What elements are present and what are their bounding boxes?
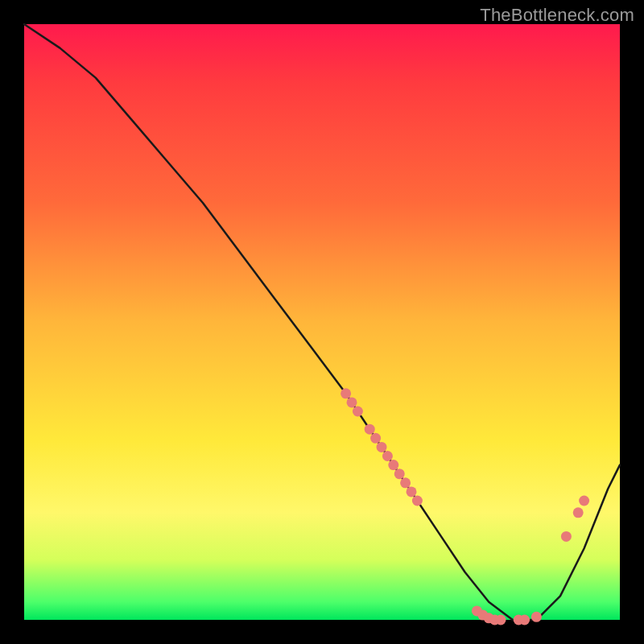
data-marker xyxy=(370,433,381,444)
data-marker xyxy=(407,486,417,497)
bottleneck-curve-line xyxy=(24,24,620,620)
data-marker xyxy=(365,424,375,435)
data-markers xyxy=(341,388,589,625)
data-marker xyxy=(519,615,530,625)
data-marker xyxy=(388,460,398,470)
chart-frame: TheBottleneck.com xyxy=(0,0,644,644)
plot-area xyxy=(24,24,620,620)
data-marker xyxy=(400,477,411,488)
data-marker xyxy=(573,507,584,518)
data-marker xyxy=(394,469,405,479)
data-marker xyxy=(353,407,363,417)
data-marker xyxy=(496,615,506,625)
data-marker xyxy=(347,397,357,407)
watermark-text: TheBottleneck.com xyxy=(480,5,634,26)
data-marker xyxy=(531,612,542,622)
data-marker xyxy=(377,442,387,452)
data-marker xyxy=(382,451,393,461)
data-marker xyxy=(561,531,572,542)
data-marker xyxy=(579,496,589,506)
curve-svg xyxy=(24,24,620,620)
data-marker xyxy=(412,496,423,506)
data-marker xyxy=(341,388,351,398)
